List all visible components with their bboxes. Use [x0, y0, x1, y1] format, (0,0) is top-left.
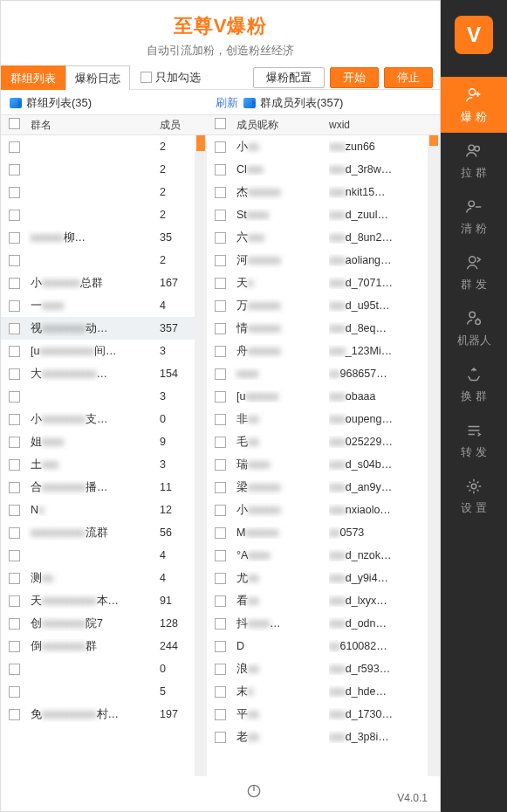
row-checkbox[interactable] — [215, 368, 226, 380]
sidebar-item-people-minus[interactable]: 清 粉 — [441, 189, 507, 244]
table-row[interactable]: 非xx xxxoupeng… — [207, 408, 440, 430]
table-row[interactable]: 天xxxxxxxxxx本… 91 — [1, 589, 207, 612]
table-row[interactable]: 2 — [1, 203, 207, 226]
row-checkbox[interactable] — [9, 187, 20, 198]
row-checkbox[interactable] — [215, 414, 226, 425]
table-row[interactable]: 尤xx xxxd_y9i4… — [207, 567, 440, 589]
row-checkbox[interactable] — [215, 732, 226, 743]
sidebar-item-robot[interactable]: 机器人 — [441, 300, 507, 356]
table-row[interactable]: 大xxxxxxxxxx… 154 — [1, 362, 207, 385]
table-row[interactable]: Nx 12 — [1, 499, 207, 521]
table-row[interactable]: 毛xx xxx025229… — [207, 430, 440, 453]
row-checkbox[interactable] — [9, 595, 20, 607]
row-checkbox[interactable] — [215, 164, 226, 175]
row-checkbox[interactable] — [215, 709, 226, 720]
table-row[interactable]: 杰xxxxxx xxxnkit15… — [207, 181, 440, 203]
row-checkbox[interactable] — [215, 437, 226, 448]
table-row[interactable]: 一xxxx 4 — [1, 294, 207, 317]
row-checkbox[interactable] — [9, 505, 20, 516]
only-checked-toggle[interactable]: 只加勾选 — [140, 70, 201, 86]
sidebar-item-person-plus[interactable]: 爆 粉 — [441, 77, 507, 133]
table-row[interactable]: 0 — [1, 657, 207, 680]
row-checkbox[interactable] — [9, 141, 20, 153]
row-checkbox[interactable] — [215, 300, 226, 312]
row-checkbox[interactable] — [9, 210, 20, 221]
table-row[interactable]: 3 — [1, 385, 207, 408]
table-row[interactable]: Mxxxxxx xx0573 — [207, 521, 440, 544]
tab-group-list[interactable]: 群组列表 — [1, 65, 65, 90]
table-row[interactable]: 合xxxxxxxx播… 11 — [1, 476, 207, 499]
row-checkbox[interactable] — [215, 573, 226, 584]
table-row[interactable]: °Axxxx xxxd_nzok… — [207, 544, 440, 567]
row-checkbox[interactable] — [9, 527, 20, 539]
refresh-members[interactable]: 刷新 — [216, 95, 238, 111]
row-checkbox[interactable] — [215, 459, 226, 471]
table-row[interactable]: 老xx xxxd_3p8i… — [207, 726, 440, 748]
row-checkbox[interactable] — [9, 618, 20, 630]
table-row[interactable]: xxxxxx柳… 35 — [1, 226, 207, 249]
row-checkbox[interactable] — [215, 595, 226, 607]
row-checkbox[interactable] — [215, 278, 226, 289]
sidebar-item-gear[interactable]: 设 置 — [441, 468, 507, 524]
table-row[interactable]: 创xxxxxxxx院7 128 — [1, 612, 207, 635]
table-row[interactable]: 2 — [1, 249, 207, 272]
row-checkbox[interactable] — [9, 437, 20, 448]
table-row[interactable]: Clxxx xxxd_3r8w… — [207, 158, 440, 181]
table-row[interactable]: 视xxxxxxxx动… 357 — [1, 317, 207, 340]
row-checkbox[interactable] — [215, 187, 226, 198]
row-checkbox[interactable] — [9, 300, 20, 312]
row-checkbox[interactable] — [215, 141, 226, 153]
table-row[interactable]: 梁xxxxxx xxxd_an9y… — [207, 476, 440, 499]
row-checkbox[interactable] — [215, 323, 226, 334]
row-checkbox[interactable] — [9, 346, 20, 357]
table-row[interactable]: 看xx xxxd_lxyx… — [207, 589, 440, 612]
table-row[interactable]: 天x xxxd_7071… — [207, 272, 440, 294]
table-row[interactable]: 小xx xxxzun66 — [207, 135, 440, 158]
row-checkbox[interactable] — [215, 505, 226, 516]
sidebar-item-forward[interactable]: 转 发 — [441, 412, 507, 468]
row-checkbox[interactable] — [9, 573, 20, 584]
row-checkbox[interactable] — [9, 368, 20, 380]
sidebar-item-shuffle[interactable]: 换 群 — [441, 356, 507, 412]
table-row[interactable]: 小xxxxxxx总群 167 — [1, 272, 207, 294]
row-checkbox[interactable] — [9, 686, 20, 698]
row-checkbox[interactable] — [9, 414, 20, 425]
row-checkbox[interactable] — [9, 709, 20, 720]
row-checkbox[interactable] — [215, 618, 226, 630]
tab-log[interactable]: 爆粉日志 — [65, 65, 130, 90]
table-row[interactable]: 2 — [1, 181, 207, 203]
member-scrollbar[interactable] — [428, 135, 440, 776]
row-checkbox[interactable] — [9, 391, 20, 403]
table-row[interactable]: 倒xxxxxxxx群 244 — [1, 635, 207, 657]
table-row[interactable]: 姐xxxx 9 — [1, 430, 207, 453]
table-row[interactable]: 2 — [1, 158, 207, 181]
only-checked-checkbox[interactable] — [140, 72, 152, 83]
member-select-all[interactable] — [215, 118, 226, 129]
config-button[interactable]: 爆粉配置 — [253, 67, 325, 88]
start-button[interactable]: 开始 — [330, 67, 379, 88]
table-row[interactable]: 土xxx 3 — [1, 453, 207, 476]
row-checkbox[interactable] — [215, 664, 226, 675]
row-checkbox[interactable] — [215, 210, 226, 221]
table-row[interactable]: 免xxxxxxxxxx村… 197 — [1, 703, 207, 726]
row-checkbox[interactable] — [215, 232, 226, 244]
table-row[interactable]: 小xxxxxx xxxnxiaolo… — [207, 499, 440, 521]
row-checkbox[interactable] — [9, 664, 20, 675]
row-checkbox[interactable] — [9, 459, 20, 471]
table-row[interactable]: 情xxxxxx xxxd_8eq… — [207, 317, 440, 340]
sidebar-item-people[interactable]: 拉 群 — [441, 133, 507, 189]
table-row[interactable]: xxxx xx968657… — [207, 362, 440, 385]
table-row[interactable]: 浪xx xxxd_r593… — [207, 657, 440, 680]
table-row[interactable]: Stxxxx xxxd_zuul… — [207, 203, 440, 226]
row-checkbox[interactable] — [9, 550, 20, 561]
table-row[interactable]: 4 — [1, 544, 207, 567]
row-checkbox[interactable] — [9, 255, 20, 266]
row-checkbox[interactable] — [9, 323, 20, 334]
table-row[interactable]: 六xxx xxxd_8un2… — [207, 226, 440, 249]
sidebar-item-broadcast[interactable]: 群 发 — [441, 244, 507, 300]
row-checkbox[interactable] — [9, 164, 20, 175]
row-checkbox[interactable] — [215, 527, 226, 539]
table-row[interactable]: [uxxxxxx xxxobaaa — [207, 385, 440, 408]
row-checkbox[interactable] — [215, 255, 226, 266]
table-row[interactable]: 2 — [1, 135, 207, 158]
